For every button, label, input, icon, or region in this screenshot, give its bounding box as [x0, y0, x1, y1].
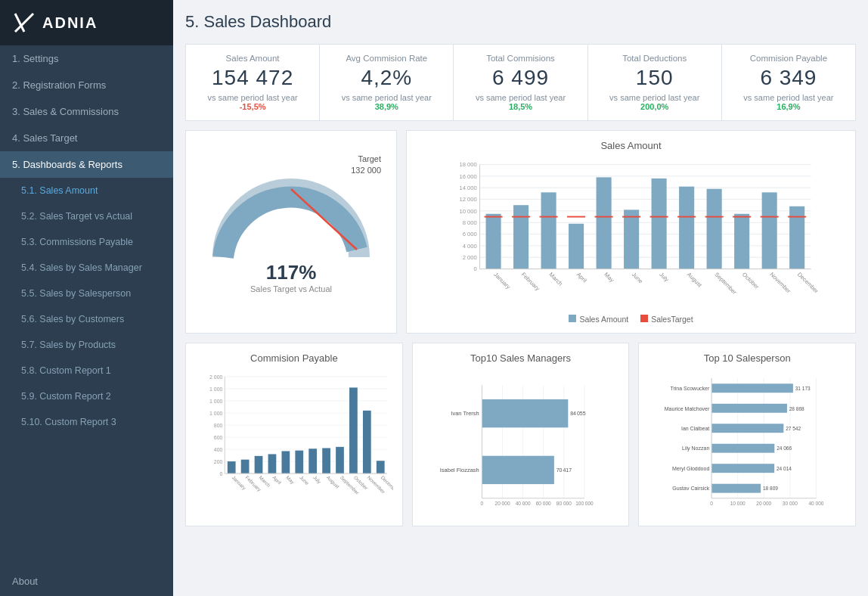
bottom-row: Commision Payable 02004006008001 0001 00…: [185, 343, 856, 526]
kpi-label: Total Commisions: [466, 54, 575, 63]
bar-rect: [541, 192, 556, 269]
svg-text:28 868: 28 868: [789, 406, 804, 411]
kpi-compare: vs same period last year -15,5%: [198, 93, 307, 111]
svg-text:84 055: 84 055: [570, 411, 586, 416]
svg-text:1 000: 1 000: [209, 386, 223, 392]
svg-text:14 000: 14 000: [459, 185, 476, 191]
sales-amount-svg: 02 0004 0006 0008 00010 00012 00014 0001…: [416, 157, 846, 309]
sidebar-logo: ADNIA: [12, 11, 98, 35]
svg-text:70 417: 70 417: [556, 467, 572, 473]
sidebar-header: ADNIA: [0, 0, 173, 45]
top10-managers-title: Top10 Sales Managers: [422, 352, 620, 364]
top10-salesperson-box: Top 10 Salesperson 010 00020 00030 00040…: [638, 343, 856, 526]
managers-svg: 020 00040 00060 00080 000100 000Ivan Tre…: [422, 370, 620, 514]
svg-text:31 173: 31 173: [795, 386, 811, 391]
sidebar-item-5-3[interactable]: 5.3. Commissions Payable: [0, 229, 173, 255]
svg-text:1 000: 1 000: [209, 399, 223, 404]
top10-managers-box: Top10 Sales Managers 020 00040 00060 000…: [412, 343, 630, 526]
sidebar-item-5-8[interactable]: 5.8. Custom Report 1: [0, 358, 173, 383]
sidebar-item-5-10[interactable]: 5.10. Custom Report 3: [0, 409, 173, 435]
page-title: 5. Sales Dashboard: [185, 12, 856, 32]
svg-text:June: June: [631, 271, 644, 284]
kpi-compare: vs same period last year 38,9%: [332, 93, 441, 111]
kpi-label: Avg Commision Rate: [332, 54, 441, 63]
bar-rect: [711, 464, 774, 473]
kpi-compare: vs same period last year 18,5%: [466, 93, 575, 111]
sidebar-item-5-7[interactable]: 5.7. Sales by Products: [0, 332, 173, 358]
sidebar-about[interactable]: About: [0, 567, 173, 596]
svg-text:100 000: 100 000: [575, 501, 594, 506]
kpi-card: Total Deductions 150 vs same period last…: [588, 45, 722, 120]
svg-text:July: July: [658, 271, 670, 283]
commission-svg: 02004006008001 0001 0001 0002 000January…: [195, 370, 393, 514]
sidebar-item-sales-comm[interactable]: 3. Sales & Commissions: [0, 98, 173, 125]
svg-text:6 000: 6 000: [463, 231, 477, 237]
charts-row: Target 132 000 117% Sales Target vs Actu…: [185, 130, 856, 334]
svg-text:May: May: [603, 271, 615, 284]
svg-text:August: August: [325, 474, 340, 489]
bar-rect: [513, 205, 529, 269]
svg-text:Maurice Matchover: Maurice Matchover: [665, 406, 710, 411]
bar-rect: [624, 210, 639, 269]
sidebar-item-5-9[interactable]: 5.9. Custom Report 2: [0, 383, 173, 409]
svg-text:60 000: 60 000: [535, 501, 550, 506]
sidebar-item-settings[interactable]: 1. Settings: [0, 45, 173, 72]
kpi-card: Commision Payable 6 349 vs same period l…: [722, 45, 855, 120]
svg-text:January: January: [492, 271, 512, 290]
bar-rect: [482, 456, 553, 484]
svg-text:Lily Nozzan: Lily Nozzan: [682, 446, 709, 452]
bar-rect: [336, 447, 344, 473]
adnia-logo-icon: [12, 11, 36, 35]
kpi-value: 6 499: [466, 66, 575, 90]
svg-text:24 014: 24 014: [777, 466, 792, 471]
svg-text:March: March: [547, 271, 563, 287]
svg-text:December: December: [796, 271, 820, 295]
svg-text:April: April: [575, 271, 588, 284]
bar-rect: [308, 449, 317, 473]
bar-rect: [762, 192, 777, 269]
sidebar-item-5-1[interactable]: 5.1. Sales Amount: [0, 178, 173, 203]
sidebar-item-5-5[interactable]: 5.5. Sales by Salesperson: [0, 281, 173, 306]
svg-text:8 000: 8 000: [463, 219, 477, 226]
svg-text:80 000: 80 000: [556, 501, 572, 506]
gauge-chart-box: Target 132 000 117% Sales Target vs Actu…: [185, 130, 397, 334]
top10-salesperson-title: Top 10 Salesperson: [648, 352, 846, 364]
bar-rect: [707, 189, 722, 269]
sidebar-item-reg-forms[interactable]: 2. Registration Forms: [0, 72, 173, 98]
svg-text:2 000: 2 000: [209, 374, 223, 380]
bar-rect: [711, 484, 761, 493]
kpi-value: 154 472: [198, 66, 307, 90]
sidebar-item-dashboards[interactable]: 5. Dashboards & Reports: [0, 151, 173, 178]
svg-text:0: 0: [711, 501, 714, 506]
svg-text:April: April: [271, 474, 283, 486]
bar-rect: [789, 206, 804, 269]
bar-rect: [482, 399, 568, 427]
kpi-card: Sales Amount 154 472 vs same period last…: [186, 45, 320, 120]
commission-chart-title: Commision Payable: [195, 352, 393, 364]
sales-amount-chart-box: Sales Amount 02 0004 0006 0008 00010 000…: [406, 130, 856, 334]
svg-text:September: September: [713, 271, 738, 296]
bar-rect: [569, 224, 584, 269]
legend-bar: Sales Amount: [569, 315, 628, 324]
svg-line-1: [15, 14, 33, 32]
kpi-change: 16,9%: [777, 102, 800, 111]
svg-text:June: June: [299, 474, 310, 486]
bar-rect: [363, 411, 371, 473]
bar-rect: [228, 461, 236, 473]
svg-text:November: November: [768, 271, 792, 295]
logo-text: ADNIA: [42, 14, 98, 32]
kpi-value: 6 349: [734, 66, 843, 90]
sidebar-item-5-4[interactable]: 5.4. Sales by Sales Manager: [0, 255, 173, 281]
svg-text:30 000: 30 000: [783, 501, 798, 506]
sidebar-item-sales-target[interactable]: 4. Sales Target: [0, 125, 173, 151]
sidebar-item-5-2[interactable]: 5.2. Sales Target vs Actual: [0, 203, 173, 229]
sidebar-item-5-6[interactable]: 5.6. Sales by Customers: [0, 306, 173, 332]
svg-text:4 000: 4 000: [463, 243, 477, 250]
svg-text:16 000: 16 000: [459, 173, 476, 180]
gauge-svg: [208, 170, 374, 269]
svg-text:August: August: [686, 271, 704, 289]
svg-text:Ivan Trersh: Ivan Trersh: [451, 410, 479, 417]
sidebar: ADNIA 1. Settings 2. Registration Forms …: [0, 0, 173, 596]
svg-text:1 000: 1 000: [209, 411, 223, 416]
svg-text:10 000: 10 000: [730, 501, 746, 506]
